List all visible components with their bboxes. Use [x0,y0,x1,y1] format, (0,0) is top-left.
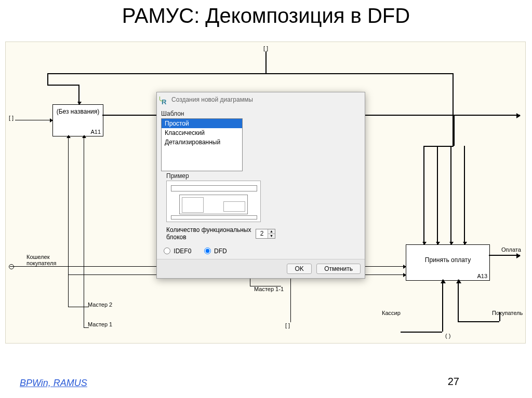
template-label: Шаблон [161,109,245,118]
template-option[interactable]: Детализированный [162,138,242,147]
block-count-input[interactable] [256,229,268,238]
slide-title: РАМУС: Декомпозиция в DFD [0,4,532,28]
label-master11: Мастер 1-1 [254,286,284,292]
template-option[interactable]: Классический [162,128,242,138]
spinner-up-icon[interactable]: ▲ [268,229,275,234]
radio-idef0-label: IDEF0 [174,248,191,255]
radio-idef0[interactable]: IDEF0 [161,248,193,255]
tunnel-bracket: [ ] [285,322,290,328]
block-count-spinner[interactable]: ▲ ▼ [256,229,275,239]
template-option[interactable]: Простой [162,119,242,128]
block-title: (Без названия) [53,108,103,115]
label-payment: Оплата [501,246,521,253]
block-index: A13 [477,273,487,279]
block-title: Принять оплату [406,256,489,264]
example-label: Пример [166,171,275,181]
footer-link[interactable]: BPWin, RAMUS [20,378,87,389]
dialog-title: Создания новой диаграммы [171,92,253,107]
template-listbox[interactable]: Простой Классический Детализированный [161,118,243,171]
label-master2: Мастер 2 [88,301,112,308]
radio-dfd-label: DFD [214,248,227,255]
label-buyer: Покупатель [492,310,523,316]
spinner-down-icon[interactable]: ▼ [268,234,275,238]
template-preview [166,181,261,222]
label-master1: Мастер 1 [88,321,112,327]
tunnel-bracket: [ ] [9,115,14,121]
radio-dfd[interactable]: DFD [202,248,227,255]
app-icon [160,95,168,104]
ok-button[interactable]: OK [287,264,311,274]
tunnel-bracket: [ ] [263,45,268,51]
dialog-titlebar[interactable]: Создания новой диаграммы [157,92,365,107]
label-cashier: Кассир [382,310,401,316]
diagram-canvas: [ ] [ ] [ ] ( ) (Без названия) A11 A12 П… [5,42,526,344]
block-count-label: Количество функциональных блоков [166,226,252,241]
new-diagram-dialog[interactable]: Создания новой диаграммы Шаблон Простой … [156,92,365,279]
radio-dfd-input[interactable] [204,248,211,254]
block-index: A11 [90,129,101,135]
page-number: 27 [448,376,459,388]
block-a13[interactable]: Принять оплату A13 [406,244,490,281]
block-a11[interactable]: (Без названия) A11 [52,104,103,136]
radio-idef0-input[interactable] [164,248,170,254]
tunnel-bracket: ( ) [445,333,450,339]
cancel-button[interactable]: Отменить [316,264,361,274]
label-wallet: Кошелек покупателя [26,254,56,266]
